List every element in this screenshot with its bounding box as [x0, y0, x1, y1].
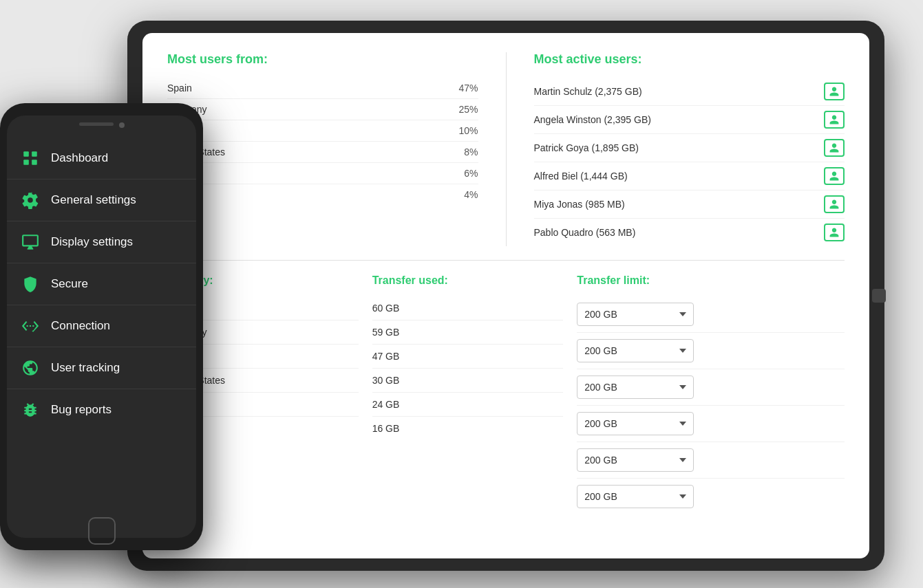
transfer-limit-select[interactable]: 200 GB: [577, 303, 694, 326]
sidebar-item-general-settings[interactable]: General settings: [7, 179, 196, 221]
tablet: Most users from: Spain47%Germany25%Polan…: [127, 21, 884, 571]
user-name: Pablo Quadro (563 MB): [534, 227, 636, 238]
transfer-limit-row: 200 GB: [577, 333, 845, 369]
country-name: Spain: [167, 83, 192, 94]
svg-rect-1: [32, 151, 37, 157]
transfer-used-rows: 60 GB59 GB47 GB30 GB24 GB16 GB: [372, 296, 564, 440]
bug-icon: [21, 400, 40, 420]
country-pct: 47%: [458, 83, 478, 94]
country-row: Portugal4%: [167, 184, 478, 205]
transfer-used: 59 GB: [372, 327, 400, 338]
nav-menu: Dashboard General settings Display setti…: [7, 132, 196, 538]
transfer-used-row: 60 GB: [372, 296, 564, 320]
nav-label: Connection: [51, 319, 110, 333]
sidebar-item-secure[interactable]: Secure: [7, 263, 196, 305]
connection-icon: [21, 316, 40, 336]
sidebar-item-bug-reports[interactable]: Bug reports: [7, 389, 196, 431]
transfer-limit-col: Transfer limit: 200 GB200 GB200 GB200 GB…: [563, 274, 845, 514]
user-profile-button[interactable]: [824, 224, 845, 241]
sidebar-item-dashboard[interactable]: Dashboard: [7, 138, 196, 179]
active-user-row: Miya Jonas (985 MB): [534, 190, 845, 219]
user-profile-button[interactable]: [824, 83, 845, 100]
phone-home-button[interactable]: [88, 517, 116, 545]
transfer-used: 47 GB: [372, 351, 400, 362]
transfer-limit-row: 200 GB: [577, 296, 845, 333]
user-icon: [829, 199, 840, 210]
user-profile-button[interactable]: [824, 167, 845, 185]
gear-icon: [21, 190, 40, 210]
globe-icon: [21, 358, 40, 378]
user-icon: [829, 114, 840, 125]
user-icon: [829, 142, 840, 153]
nav-label: Secure: [51, 277, 88, 291]
most-users-panel: Most users from: Spain47%Germany25%Polan…: [167, 52, 507, 246]
transfer-used-row: 30 GB: [372, 369, 564, 393]
active-user-row: Pablo Quadro (563 MB): [534, 219, 845, 246]
user-icon: [829, 171, 840, 182]
user-profile-button[interactable]: [824, 111, 845, 129]
transfer-used-row: 47 GB: [372, 345, 564, 369]
transfer-limit-row: 200 GB: [577, 479, 845, 514]
transfer-used: 60 GB: [372, 303, 400, 314]
nav-label: User tracking: [51, 361, 120, 375]
country-row: Germany25%: [167, 99, 478, 120]
user-profile-button[interactable]: [824, 139, 845, 157]
tablet-home-button[interactable]: [872, 289, 886, 303]
most-active-title: Most active users:: [534, 52, 845, 67]
user-profile-button[interactable]: [824, 195, 845, 213]
active-user-row: Patrick Goya (1,895 GB): [534, 134, 845, 162]
phone-speaker: [79, 122, 114, 126]
sidebar-item-connection[interactable]: Connection: [7, 305, 196, 347]
nav-label: Display settings: [51, 235, 133, 249]
user-icon: [829, 227, 840, 238]
active-user-row: Alfred Biel (1,444 GB): [534, 162, 845, 190]
country-pct: 8%: [464, 146, 478, 157]
tablet-content: Most users from: Spain47%Germany25%Polan…: [142, 33, 869, 534]
transfer-limit-select[interactable]: 200 GB: [577, 412, 694, 435]
country-rows: Spain47%Germany25%Poland10%United States…: [167, 78, 478, 205]
user-name: Martin Schulz (2,375 GB): [534, 86, 642, 97]
user-name: Miya Jonas (985 MB): [534, 199, 625, 210]
country-row: Spain47%: [167, 78, 478, 99]
dashboard-icon: [21, 149, 40, 168]
country-pct: 10%: [458, 125, 478, 136]
transfer-limit-row: 200 GB: [577, 406, 845, 442]
country-row: France6%: [167, 163, 478, 184]
country-row: United States8%: [167, 142, 478, 163]
transfer-used-col: Transfer used: 60 GB59 GB47 GB30 GB24 GB…: [359, 274, 564, 514]
phone-top-bar: [7, 116, 196, 132]
user-name: Angela Winston (2,395 GB): [534, 114, 651, 125]
transfer-used-row: 24 GB: [372, 393, 564, 417]
country-row: Poland10%: [167, 120, 478, 142]
country-pct: 25%: [458, 104, 478, 115]
phone: Dashboard General settings Display setti…: [0, 103, 203, 550]
transfer-limit-header: Transfer limit:: [577, 274, 845, 287]
transfer-used-row: 59 GB: [372, 320, 564, 345]
transfer-limit-select[interactable]: 200 GB: [577, 339, 694, 362]
phone-screen: Dashboard General settings Display setti…: [7, 116, 196, 538]
transfer-used: 16 GB: [372, 423, 400, 434]
transfer-section: Country: SpainGermanyPolandUnited States…: [167, 274, 845, 514]
transfer-limit-select[interactable]: 200 GB: [577, 485, 694, 508]
country-pct: 6%: [464, 168, 478, 179]
nav-label: Bug reports: [51, 403, 112, 417]
transfer-limit-select[interactable]: 200 GB: [577, 448, 694, 472]
sidebar-item-display-settings[interactable]: Display settings: [7, 221, 196, 263]
user-icon: [829, 86, 840, 97]
nav-label: General settings: [51, 193, 136, 207]
transfer-used: 24 GB: [372, 399, 400, 410]
user-name: Alfred Biel (1,444 GB): [534, 171, 628, 182]
top-section: Most users from: Spain47%Germany25%Polan…: [167, 52, 845, 261]
active-user-row: Martin Schulz (2,375 GB): [534, 78, 845, 106]
sidebar-item-user-tracking[interactable]: User tracking: [7, 347, 196, 389]
phone-camera: [119, 122, 125, 128]
nav-label: Dashboard: [51, 151, 108, 165]
transfer-limit-row: 200 GB: [577, 369, 845, 406]
monitor-icon: [21, 232, 40, 252]
active-user-row: Angela Winston (2,395 GB): [534, 106, 845, 134]
most-users-title: Most users from:: [167, 52, 478, 67]
transfer-limit-row: 200 GB: [577, 442, 845, 479]
transfer-used-header: Transfer used:: [372, 274, 564, 287]
transfer-limit-select[interactable]: 200 GB: [577, 375, 694, 399]
transfer-used: 30 GB: [372, 375, 400, 386]
